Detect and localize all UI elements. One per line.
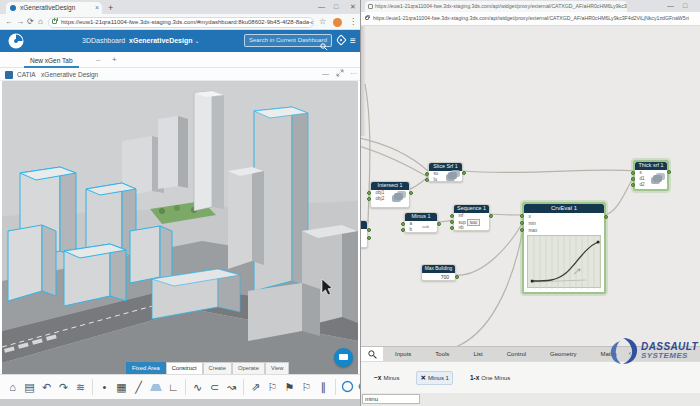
point-grid-tool-icon[interactable]: ▦ [113, 381, 130, 394]
sheet-icon[interactable]: ▤ [21, 381, 38, 394]
home-view-icon[interactable]: ⌂ [4, 381, 21, 393]
bookmark-star-icon[interactable]: ☆ [319, 16, 326, 28]
node-slice-srf[interactable]: Slice Srf 1 su lu [428, 162, 463, 182]
minus-op-icon: −x [374, 374, 381, 381]
node-sequence[interactable]: Sequence 1 inf sup 500 nb [453, 204, 490, 231]
result-label: Minus [383, 375, 399, 381]
input-port[interactable] [401, 222, 405, 226]
circle-tool-icon[interactable] [339, 380, 356, 395]
input-port[interactable] [367, 197, 371, 201]
browser-menu-icon[interactable]: ⋮ [349, 16, 357, 28]
palette-search-tab[interactable] [361, 347, 383, 361]
minimize-button[interactable]: — [318, 1, 325, 13]
appbar-title[interactable]: 3DDashboard xGenerativeDesign ⌄ [82, 37, 200, 44]
port-label: s [640, 170, 642, 175]
widget-more-icon[interactable]: ⋯ [350, 70, 357, 78]
palette-search-input[interactable] [362, 394, 420, 404]
node-thick-srf[interactable]: Thick srf 1 s d1 d2 [633, 160, 669, 191]
reload-button[interactable]: ⟳ [27, 16, 34, 28]
input-port[interactable] [520, 228, 524, 232]
tab-create[interactable]: Create [203, 362, 232, 374]
axis-tool-icon[interactable]: ∟ [165, 381, 182, 393]
palette-tab-tools[interactable]: Tools [423, 347, 461, 361]
close-button[interactable]: ✕ [350, 1, 356, 13]
chat-bubble-button[interactable] [334, 348, 353, 367]
arc-tool-icon[interactable]: ⊂ [206, 381, 223, 394]
tab-fixed-area[interactable]: Fixed Area [126, 362, 166, 374]
widget-minimize-icon[interactable]: — [322, 70, 329, 77]
minimize-button[interactable]: — [667, 0, 674, 12]
input-port[interactable] [520, 221, 524, 225]
plane-tool-icon[interactable] [150, 384, 162, 391]
node-title: CrvEval 1 [524, 204, 604, 213]
favicon-icon [368, 4, 373, 9]
point-tool-icon[interactable]: • [96, 381, 113, 393]
palette-tab-inputs[interactable]: Inputs [383, 347, 423, 361]
node-minus[interactable]: Minus 1 a b sub [404, 212, 438, 233]
node-intersect[interactable]: Intersect 1 obj1 obj2 [370, 181, 410, 208]
input-port[interactable] [450, 214, 454, 218]
tag-icon[interactable] [335, 34, 346, 45]
add-dashboard-tab-button[interactable]: + [112, 55, 117, 64]
input-port[interactable] [631, 183, 635, 187]
avatar[interactable] [333, 18, 342, 27]
node-crveval[interactable]: CrvEval 1 x min max [522, 202, 606, 294]
chevron-down-icon[interactable]: ⌄ [194, 38, 199, 44]
port-label: sup [459, 220, 466, 225]
node-editor-canvas[interactable]: Intersect 1 obj1 obj2 Slice Srf 1 su lu [361, 26, 700, 346]
result-one-minus[interactable]: 1-x One Minus [467, 372, 513, 383]
result-minus[interactable]: −x Minus [371, 372, 402, 383]
maximize-button[interactable]: □ [334, 1, 338, 13]
curve-tool-icon[interactable]: ∿ [189, 381, 206, 394]
maximize-button[interactable]: □ [683, 0, 687, 12]
result-minus-1[interactable]: ✕ Minus 1 [416, 371, 452, 385]
widget-expand-icon[interactable] [336, 69, 344, 78]
hamburger-menu-icon[interactable]: ≡ [350, 35, 356, 46]
input-port[interactable] [425, 172, 429, 176]
input-port[interactable] [401, 228, 405, 232]
input-port[interactable] [450, 220, 454, 224]
share-icon[interactable]: ≋ [72, 381, 89, 394]
node-value[interactable]: 700 [422, 273, 455, 280]
polyline-tool-icon[interactable]: ⇗ [247, 381, 264, 394]
line-tool-icon[interactable]: ╱ [130, 381, 147, 394]
dashboard-search-input[interactable]: Search in Current Dashboard [244, 34, 332, 47]
palette-tab-list[interactable]: List [461, 347, 494, 361]
city-model [2, 81, 358, 374]
input-port[interactable] [425, 178, 429, 182]
node-max-building[interactable]: Max Building 700 [421, 264, 456, 281]
input-port[interactable] [367, 191, 371, 195]
browser-tab[interactable]: xGenerativeDesign × [6, 2, 102, 14]
viewport-3d[interactable] [2, 81, 358, 374]
browser-tab[interactable]: https://euw1-21qra11004-fwe.3dx-staging.… [365, 1, 627, 12]
undo-icon[interactable]: ↶ [38, 381, 55, 394]
curve-editor[interactable] [527, 235, 601, 288]
3dexperience-compass-icon[interactable] [8, 33, 24, 53]
parallel-tool-icon[interactable]: ∥ [315, 381, 332, 394]
redo-icon[interactable]: ↷ [55, 381, 72, 394]
tab-view[interactable]: View [265, 362, 289, 374]
tab-construct[interactable]: Construct [166, 362, 203, 374]
tab-close-icon[interactable]: × [95, 2, 99, 14]
palette-tab-control[interactable]: Control [495, 347, 538, 361]
forward-button[interactable]: → [16, 16, 24, 28]
home-button[interactable]: ⌂ [38, 16, 43, 28]
input-port[interactable] [520, 214, 524, 218]
sweep-tool-icon[interactable]: ⚑ [281, 381, 298, 394]
back-button[interactable]: ← [5, 16, 13, 28]
tab-operate[interactable]: Operate [232, 362, 265, 374]
address-bar[interactable]: https://euw1-21qra11004-fwe.3dx-staging.… [373, 15, 689, 21]
new-tab-button[interactable]: + [108, 2, 113, 14]
input-port[interactable] [631, 177, 635, 181]
dassault-systemes-logo: DASSAULT SYSTEMES [607, 336, 698, 366]
surface-tool-icon[interactable]: ⚐ [264, 381, 281, 394]
dashboard-tab[interactable]: New xGen Tab [24, 54, 79, 68]
input-port[interactable] [450, 226, 454, 230]
loft-tool-icon[interactable]: ⚐ [298, 381, 315, 394]
node-clipped[interactable] [361, 220, 368, 248]
input-port[interactable] [631, 171, 635, 175]
address-bar[interactable]: https://euw1-21qra11004-fwe.3dx-staging.… [48, 17, 314, 28]
palette-tab-geometry[interactable]: Geometry [538, 347, 588, 361]
spline-tool-icon[interactable]: ↝ [223, 381, 240, 394]
tab-overflow-icon[interactable]: – [96, 55, 100, 64]
